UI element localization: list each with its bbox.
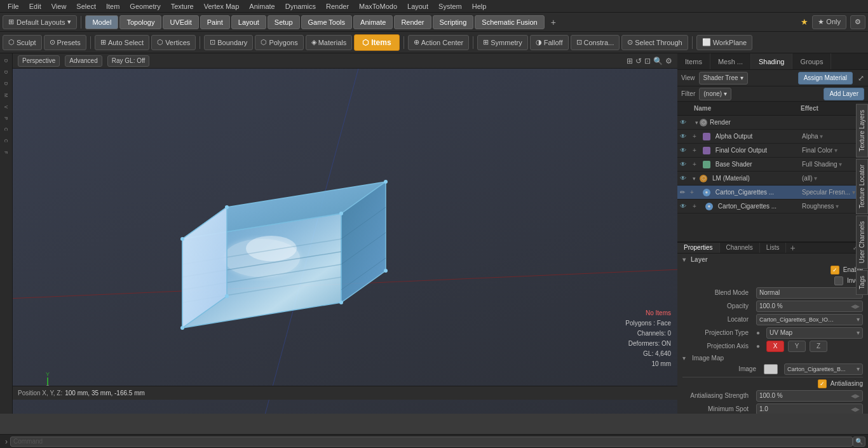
eye-carton2[interactable]: 👁 xyxy=(680,203,690,210)
filter-dropdown[interactable]: (none) ▾ xyxy=(699,88,731,100)
vp-icon-settings[interactable]: ⚙ xyxy=(665,57,672,65)
viewport[interactable]: Perspective Advanced Ray GL: Off ⊞ ↺ ⊡ 🔍… xyxy=(13,53,677,414)
assign-material-btn[interactable]: Assign Material xyxy=(798,72,853,85)
left-icon-4[interactable]: M xyxy=(1,90,11,100)
section-expand-icon[interactable]: ▾ xyxy=(682,256,686,263)
eye-base-shader[interactable]: 👁 xyxy=(680,161,690,168)
mode-setup[interactable]: Setup xyxy=(268,15,300,29)
menu-view[interactable]: View xyxy=(46,0,72,12)
vtab-texture-locator[interactable]: Texture Locator xyxy=(856,159,868,214)
menu-texture[interactable]: Texture xyxy=(166,0,199,12)
st-row-alpha[interactable]: 👁 + Alpha Output Alpha ▾ xyxy=(677,130,868,144)
rp-tab-mesh[interactable]: Mesh ... xyxy=(710,53,751,69)
st-row-carton2[interactable]: 👁 + ● Carton_Cigarettes ... Roughness ▾ xyxy=(677,200,868,214)
axis-y-btn[interactable]: Y xyxy=(788,341,806,352)
left-icon-3[interactable]: D xyxy=(1,79,11,89)
eye-lm[interactable]: 👁 xyxy=(680,175,690,182)
left-icon-8[interactable]: C xyxy=(1,136,11,146)
st-row-render[interactable]: 👁 ▾ ⬡ Render xyxy=(677,116,868,130)
proj-type-dropdown[interactable]: UV Map ▾ xyxy=(766,327,863,339)
falloff-btn[interactable]: ◑ Falloff xyxy=(530,35,569,50)
command-search-btn[interactable]: 🔍 xyxy=(853,437,865,447)
axis-x-btn[interactable]: X xyxy=(766,341,784,352)
vp-perspective-btn[interactable]: Perspective xyxy=(18,55,60,67)
antialiasing-checkbox[interactable] xyxy=(818,379,827,388)
rp-tab-items[interactable]: Items xyxy=(677,53,710,69)
symmetry-btn[interactable]: ⊞ Symmetry xyxy=(477,35,528,50)
mode-add[interactable]: + xyxy=(546,16,561,29)
mode-paint[interactable]: Paint xyxy=(200,15,230,29)
mode-render[interactable]: Render xyxy=(394,15,431,29)
view-dropdown[interactable]: Shader Tree ▾ xyxy=(699,72,748,85)
sculpt-btn[interactable]: ⬡ Sculpt xyxy=(3,35,42,50)
layout-dropdown[interactable]: ⊞ Default Layouts ▾ xyxy=(3,15,77,29)
settings-btn[interactable]: ⚙ xyxy=(850,15,865,29)
mode-scripting[interactable]: Scripting xyxy=(433,15,474,29)
menu-dynamics[interactable]: Dynamics xyxy=(280,0,321,12)
vp-icon-fit[interactable]: ⊡ xyxy=(644,57,651,65)
pp-tab-properties[interactable]: Properties xyxy=(677,243,720,253)
menu-animate[interactable]: Animate xyxy=(244,0,280,12)
mode-animate[interactable]: Animate xyxy=(353,15,393,29)
vp-icon-search[interactable]: 🔍 xyxy=(653,57,663,65)
mode-layout[interactable]: Layout xyxy=(231,15,266,29)
blend-mode-dropdown[interactable]: Normal ▾ xyxy=(756,287,863,299)
invert-checkbox[interactable] xyxy=(834,276,843,285)
vp-advanced-btn[interactable]: Advanced xyxy=(65,55,102,67)
select-through-btn[interactable]: ⊙ Select Through xyxy=(621,35,688,50)
menu-help[interactable]: Help xyxy=(467,0,492,12)
pp-tab-channels[interactable]: Channels xyxy=(720,243,760,253)
mode-model[interactable]: Model xyxy=(85,15,118,29)
work-plane-btn[interactable]: ⬜ WorkPlane xyxy=(696,35,753,50)
menu-item[interactable]: Item xyxy=(101,0,125,12)
menu-vertex-map[interactable]: Vertex Map xyxy=(199,0,245,12)
left-icon-9[interactable]: F xyxy=(1,147,11,158)
rp-expand-icon[interactable]: ⤢ xyxy=(858,74,864,83)
boundary-btn[interactable]: ⊡ Boundary xyxy=(204,35,253,50)
menu-render[interactable]: Render xyxy=(321,0,354,12)
mode-topology[interactable]: Topology xyxy=(119,15,161,29)
left-icon-6[interactable]: P xyxy=(1,113,11,123)
st-row-final-color[interactable]: 👁 + Final Color Output Final Color ▾ xyxy=(677,144,868,158)
vp-icon-grid[interactable]: ⊞ xyxy=(627,57,633,65)
menu-maxtomodo[interactable]: MaxToModo xyxy=(354,0,402,12)
rp-tab-shading[interactable]: Shading xyxy=(751,53,792,69)
cmd-arrow-left[interactable]: › xyxy=(3,437,10,446)
vtab-user-channels[interactable]: User Channels xyxy=(856,215,868,269)
mode-schematic-fusion[interactable]: Schematic Fusion xyxy=(475,15,544,29)
vp-raygl-btn[interactable]: Ray GL: Off xyxy=(107,55,150,67)
axis-z-btn[interactable]: Z xyxy=(810,341,827,352)
mode-game-tools[interactable]: Game Tools xyxy=(301,15,353,29)
vertices-btn[interactable]: ⬡ Vertices xyxy=(151,35,196,50)
st-row-base-shader[interactable]: 👁 + Base Shader Full Shading ▾ xyxy=(677,158,868,172)
pp-tab-lists[interactable]: Lists xyxy=(760,243,787,253)
eye-render[interactable]: 👁 xyxy=(680,119,690,126)
menu-system[interactable]: System xyxy=(433,0,467,12)
left-icon-5[interactable]: V xyxy=(1,102,11,112)
st-row-lm[interactable]: 👁 ▾ ⬡ LM (Material) (all) ▾ xyxy=(677,172,868,186)
min-spot-input[interactable]: 1.0 ◀▶ xyxy=(756,404,863,414)
items-btn[interactable]: ⬡ Items xyxy=(354,34,399,51)
polygons-btn[interactable]: ⬡ Polygons xyxy=(255,35,303,50)
pp-tab-add[interactable]: + xyxy=(786,243,799,253)
materials-btn[interactable]: ◈ Materials xyxy=(306,35,353,50)
left-icon-1[interactable]: D xyxy=(1,56,11,66)
presets-btn[interactable]: ⊙ Presets xyxy=(44,35,86,50)
mode-uvedit[interactable]: UVEdit xyxy=(163,15,198,29)
menu-edit[interactable]: Edit xyxy=(24,0,46,12)
constraints-btn[interactable]: ⊡ Constra... xyxy=(571,35,620,50)
add-layer-btn[interactable]: Add Layer xyxy=(824,88,864,100)
rp-tab-groups[interactable]: Groups xyxy=(792,53,831,69)
left-icon-2[interactable]: D xyxy=(1,67,11,78)
menu-file[interactable]: File xyxy=(3,0,24,12)
aa-strength-input[interactable]: 100.0 % ◀▶ xyxy=(756,390,863,402)
opacity-input[interactable]: 100.0 % ◀▶ xyxy=(756,301,863,312)
command-input[interactable]: Command xyxy=(10,437,853,447)
menu-layout[interactable]: Layout xyxy=(402,0,433,12)
st-row-carton1[interactable]: ✏ + ● Carton_Cigarettes ... Specular Fre… xyxy=(677,186,868,200)
image-dropdown[interactable]: Carton_Cigarettes_B... ▾ xyxy=(784,363,863,375)
auto-select-btn[interactable]: ⊞ Auto Select xyxy=(95,35,149,50)
left-icon-7[interactable]: C xyxy=(1,125,11,135)
img-map-expand[interactable]: ▾ xyxy=(682,355,686,362)
menu-geometry[interactable]: Geometry xyxy=(125,0,165,12)
